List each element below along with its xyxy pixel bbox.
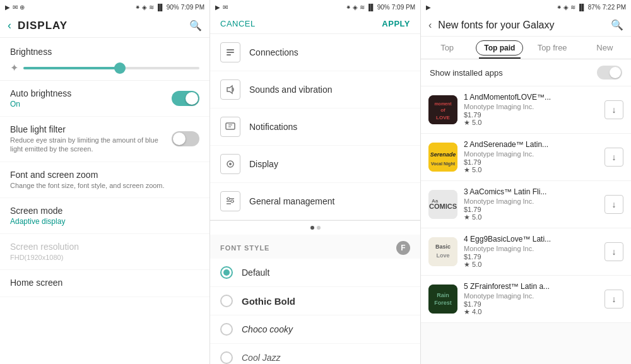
download-btn-2[interactable]: ↓ xyxy=(604,148,623,167)
font-option-choco[interactable]: Choco cooky xyxy=(210,315,420,344)
tab-bar: Top Top paid Top free New xyxy=(421,37,631,59)
installed-toggle[interactable] xyxy=(597,66,622,79)
radio-gothic[interactable] xyxy=(220,295,233,307)
wifi-icon-2: ≋ xyxy=(360,4,365,11)
auto-brightness-status: On xyxy=(10,100,71,109)
font-icon-3: AaCOMICS xyxy=(428,190,457,219)
menu-item-display[interactable]: Display xyxy=(210,146,420,183)
font-option-gothic[interactable]: Gothic Bold xyxy=(210,287,420,315)
font-name-gothic: Gothic Bold xyxy=(242,296,295,307)
font-price-4: $1.79 xyxy=(464,253,604,261)
brightness-thumb[interactable] xyxy=(114,62,126,74)
brightness-row[interactable]: ✦ xyxy=(10,62,199,74)
radio-jazz[interactable] xyxy=(220,351,233,364)
font-topbar: CANCEL APPLY xyxy=(210,14,420,34)
screen-res-title: Screen resolution xyxy=(10,242,199,252)
time-1: 7:09 PM xyxy=(181,4,204,11)
notification-icons-2: ✉ xyxy=(223,4,228,11)
sounds-icon xyxy=(220,79,240,100)
general-icon xyxy=(220,191,240,211)
signal-bars: ▐▌ xyxy=(156,4,165,11)
screen-mode-row[interactable]: Screen mode Adaptive display xyxy=(0,198,209,234)
status-right-3: ⁕ ◈ ≋ ▐▌ 87% 7:22 PM xyxy=(557,4,626,11)
menu-item-general[interactable]: General management xyxy=(210,183,420,220)
blue-light-knob xyxy=(173,132,186,145)
status-bar-2: ▶ ✉ ⁕ ◈ ≋ ▐▌ 90% 7:09 PM xyxy=(210,0,420,14)
blue-light-row[interactable]: Blue light filter Reduce eye strain by l… xyxy=(0,117,209,162)
display-label: Display xyxy=(249,159,278,169)
svg-text:COMICS: COMICS xyxy=(429,203,457,210)
search-icon[interactable]: 🔍 xyxy=(189,20,202,32)
status-left-2: ▶ ✉ xyxy=(215,4,228,11)
font-item-1[interactable]: momentofLOVE 1 AndMomentofLOVE™... Monot… xyxy=(421,86,631,134)
galaxy-search-icon[interactable]: 🔍 xyxy=(611,19,623,31)
download-btn-1[interactable]: ↓ xyxy=(604,100,623,119)
display-panel: ▶ ✉ ⊕ ⁕ ◈ ≋ ▐▌ 90% 7:09 PM ‹ DISPLAY 🔍 B… xyxy=(0,0,210,364)
apply-button[interactable]: APPLY xyxy=(382,19,410,28)
font-stars-1: ★ 5.0 xyxy=(464,119,604,127)
svg-text:of: of xyxy=(440,107,445,113)
font-icon-4: BasicLove xyxy=(428,237,457,266)
font-panel: ▶ ✉ ⁕ ◈ ≋ ▐▌ 90% 7:09 PM CANCEL APPLY Co… xyxy=(210,0,421,364)
svg-rect-4 xyxy=(226,123,235,129)
download-btn-5[interactable]: ↓ xyxy=(604,290,623,308)
font-dev-3: Monotype Imaging Inc. xyxy=(464,197,604,205)
tab-top[interactable]: Top xyxy=(421,37,473,59)
display-title: DISPLAY xyxy=(18,20,189,32)
font-name-5: 5 ZFrainforest™ Latin a... xyxy=(464,282,604,291)
tab-top-paid[interactable]: Top paid xyxy=(473,37,526,59)
svg-rect-2 xyxy=(227,54,231,56)
font-name-jazz: Cool Jazz xyxy=(242,353,280,363)
tab-new[interactable]: New xyxy=(579,37,631,59)
font-price-2: $1.79 xyxy=(464,158,604,166)
font-item-2[interactable]: SerenadeVocal Night 2 AndSerenade™ Latin… xyxy=(421,134,631,181)
installed-apps-row: Show installed apps xyxy=(421,59,631,86)
download-btn-3[interactable]: ↓ xyxy=(604,195,623,214)
download-btn-4[interactable]: ↓ xyxy=(604,242,623,261)
font-dev-5: Monotype Imaging Inc. xyxy=(464,292,604,300)
font-icon-5: RainForest xyxy=(428,285,457,314)
home-screen-row[interactable]: Home screen xyxy=(0,270,209,297)
blue-light-toggle[interactable] xyxy=(172,131,199,146)
font-name-4: 4 Egg9BasicLove™ Lati... xyxy=(464,235,604,244)
back-button[interactable]: ‹ xyxy=(8,19,11,32)
nfc-icon-2: ◈ xyxy=(353,4,358,11)
tab-top-free[interactable]: Top free xyxy=(526,37,579,59)
font-list: momentofLOVE 1 AndMomentofLOVE™... Monot… xyxy=(421,86,631,364)
menu-item-connections[interactable]: Connections xyxy=(210,34,420,71)
svg-text:Forest: Forest xyxy=(434,300,452,306)
cancel-button[interactable]: CANCEL xyxy=(220,19,256,28)
menu-item-sounds[interactable]: Sounds and vibration xyxy=(210,71,420,109)
brightness-label: Brightness xyxy=(10,47,199,57)
screen-res-row: Screen resolution FHD(1920x1080) xyxy=(0,234,209,270)
status-left: ▶ ✉ ⊕ xyxy=(5,4,25,11)
font-option-jazz[interactable]: Cool Jazz xyxy=(210,344,420,364)
font-zoom-row[interactable]: Font and screen zoom Change the font siz… xyxy=(0,162,209,198)
galaxy-back-button[interactable]: ‹ xyxy=(428,20,432,31)
font-zoom-title: Font and screen zoom xyxy=(10,170,199,180)
font-dev-1: Monotype Imaging Inc. xyxy=(464,103,604,110)
svg-point-8 xyxy=(229,163,232,165)
font-info-1: 1 AndMomentofLOVE™... Monotype Imaging I… xyxy=(464,93,604,127)
font-stars-3: ★ 5.0 xyxy=(464,213,604,221)
brightness-track[interactable] xyxy=(23,67,199,69)
font-stars-4: ★ 5.0 xyxy=(464,261,604,269)
screen-mode-sub: Adaptive display xyxy=(10,217,199,226)
radio-default[interactable] xyxy=(220,266,233,279)
dot-1 xyxy=(310,226,314,230)
font-zoom-sub: Change the font size, font style, and sc… xyxy=(10,181,199,190)
radio-choco[interactable] xyxy=(220,323,233,336)
font-option-default[interactable]: Default xyxy=(210,259,420,287)
font-name-choco: Choco cooky xyxy=(242,324,293,334)
font-item-3[interactable]: AaCOMICS 3 AaComics™ Latin Fli... Monoty… xyxy=(421,181,631,228)
auto-brightness-toggle[interactable] xyxy=(172,91,199,106)
svg-rect-0 xyxy=(227,49,234,50)
signal-3: ▐▌ xyxy=(577,4,586,11)
wifi-icon: ≋ xyxy=(149,4,154,11)
tab-top-label: Top xyxy=(440,43,454,52)
bt-icon: ⁕ xyxy=(346,4,351,11)
menu-item-notifications[interactable]: Notifications xyxy=(210,109,420,146)
font-item-5[interactable]: RainForest 5 ZFrainforest™ Latin a... Mo… xyxy=(421,276,631,323)
auto-brightness-row[interactable]: Auto brightness On xyxy=(0,81,209,117)
font-item-4[interactable]: BasicLove 4 Egg9BasicLove™ Lati... Monot… xyxy=(421,228,631,276)
